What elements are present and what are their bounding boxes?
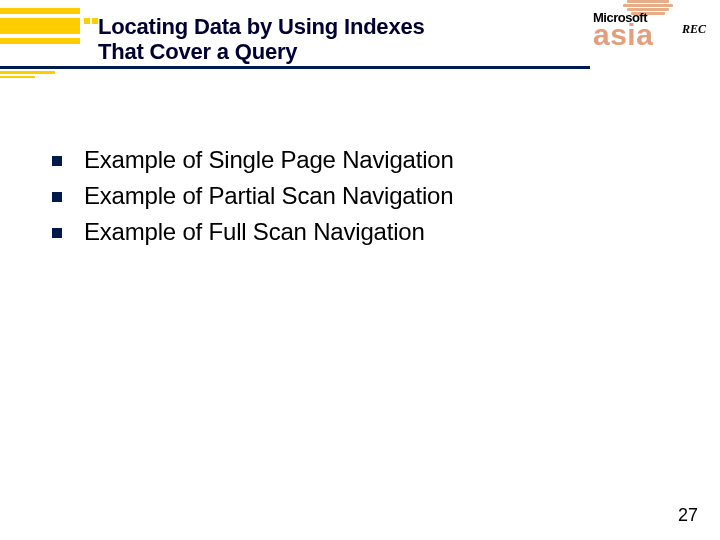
bullet-icon xyxy=(52,192,62,202)
header-bar xyxy=(0,38,80,44)
list-item: Example of Full Scan Navigation xyxy=(52,218,454,246)
list-item: Example of Single Page Navigation xyxy=(52,146,454,174)
bullet-icon xyxy=(52,228,62,238)
slide-title-line1: Locating Data by Using Indexes xyxy=(98,14,425,39)
slide-title-line2: That Cover a Query xyxy=(98,39,425,64)
header-bar xyxy=(0,18,80,34)
slide: Locating Data by Using Indexes That Cove… xyxy=(0,0,720,540)
bullet-list: Example of Single Page Navigation Exampl… xyxy=(52,146,454,254)
title-underline-accent xyxy=(0,71,55,74)
header-square xyxy=(84,18,90,24)
bullet-text: Example of Partial Scan Navigation xyxy=(84,182,453,210)
bullet-text: Example of Single Page Navigation xyxy=(84,146,454,174)
logo-sub-wrap: asia xyxy=(593,21,678,49)
bullet-icon xyxy=(52,156,62,166)
bullet-text: Example of Full Scan Navigation xyxy=(84,218,425,246)
slide-title: Locating Data by Using Indexes That Cove… xyxy=(98,14,425,65)
title-underline-accent xyxy=(0,76,35,78)
brand-logo: Microsoft asia xyxy=(593,10,678,49)
logo-brand-text: Microsoft xyxy=(593,10,678,25)
list-item: Example of Partial Scan Navigation xyxy=(52,182,454,210)
logo-badge: REC xyxy=(682,22,706,37)
title-underline xyxy=(0,66,590,69)
page-number: 27 xyxy=(678,505,698,526)
header-bar xyxy=(0,8,80,14)
